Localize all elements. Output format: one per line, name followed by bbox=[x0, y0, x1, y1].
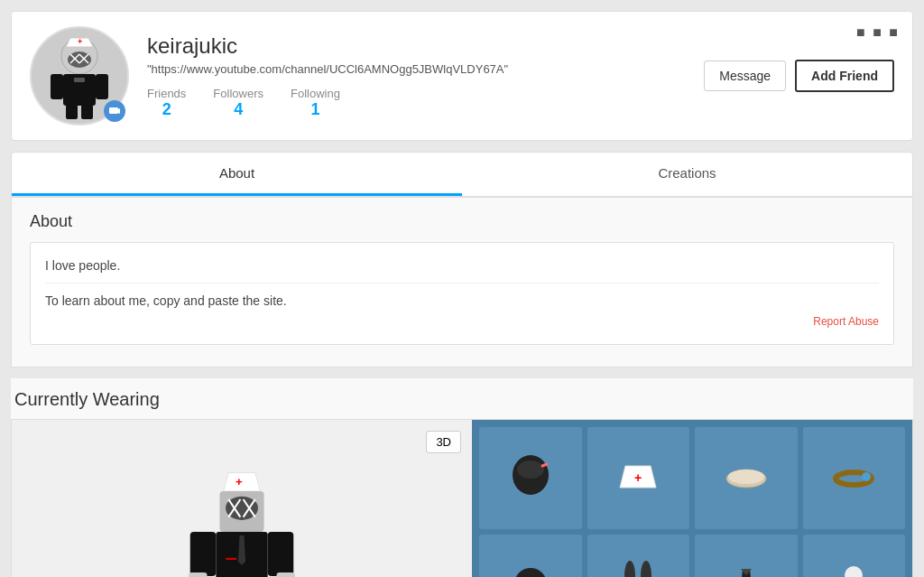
tab-about[interactable]: About bbox=[12, 153, 462, 196]
item-face-accessory bbox=[716, 448, 777, 509]
username: keirajukic bbox=[147, 33, 704, 59]
item-cell[interactable] bbox=[587, 535, 690, 577]
svg-text:+: + bbox=[78, 37, 82, 46]
svg-text:+: + bbox=[634, 470, 642, 485]
online-badge bbox=[104, 100, 125, 122]
about-divider bbox=[45, 283, 879, 284]
about-section: About I love people. To learn about me, … bbox=[11, 198, 913, 368]
friends-label: Friends bbox=[147, 87, 186, 100]
svg-rect-29 bbox=[189, 572, 207, 577]
tab-creations-label: Creations bbox=[658, 165, 716, 181]
about-line1: I love people. bbox=[45, 256, 879, 275]
item-cell[interactable]: + bbox=[587, 427, 690, 530]
items-grid: + bbox=[472, 420, 912, 577]
more-options[interactable]: ■ ■ ■ bbox=[856, 24, 900, 41]
item-cell[interactable] bbox=[803, 427, 906, 530]
report-abuse-link[interactable]: Report Abuse bbox=[45, 312, 879, 331]
message-button[interactable]: Message bbox=[704, 60, 786, 91]
svg-marker-15 bbox=[118, 108, 120, 114]
svg-rect-11 bbox=[96, 74, 108, 99]
tab-about-label: About bbox=[219, 165, 254, 181]
svg-rect-26 bbox=[226, 558, 236, 560]
add-friend-button[interactable]: Add Friend bbox=[795, 60, 894, 92]
profile-card: + keirajukic "https://www.youtube.com/ch… bbox=[11, 11, 913, 141]
item-cell[interactable] bbox=[695, 427, 798, 530]
svg-rect-27 bbox=[190, 532, 217, 576]
followers-label: Followers bbox=[213, 87, 263, 100]
item-cell[interactable] bbox=[803, 535, 906, 577]
about-title: About bbox=[30, 212, 894, 231]
svg-rect-12 bbox=[66, 105, 78, 119]
stats-row: Friends 2 Followers 4 Following 1 bbox=[147, 87, 704, 119]
following-count[interactable]: 1 bbox=[310, 100, 319, 119]
wearing-title: Currently Wearing bbox=[11, 378, 913, 419]
friends-stat: Friends 2 bbox=[147, 87, 186, 119]
svg-rect-28 bbox=[268, 532, 294, 576]
about-box: I love people. To learn about me, copy a… bbox=[30, 242, 894, 345]
tab-creations[interactable]: Creations bbox=[462, 153, 912, 196]
svg-point-1 bbox=[68, 51, 91, 68]
btn-3d[interactable]: 3D bbox=[426, 431, 461, 453]
svg-rect-13 bbox=[81, 105, 93, 119]
item-black-hair bbox=[500, 448, 561, 509]
about-line2: To learn about me, copy and paste the si… bbox=[45, 291, 879, 311]
avatar-wrapper: + bbox=[30, 26, 129, 126]
svg-rect-9 bbox=[74, 78, 85, 82]
profile-info: keirajukic "https://www.youtube.com/chan… bbox=[147, 33, 704, 119]
following-stat: Following 1 bbox=[291, 87, 340, 119]
item-figure bbox=[823, 555, 884, 577]
tabs-container: About Creations bbox=[11, 152, 913, 198]
svg-rect-14 bbox=[109, 107, 118, 114]
online-icon bbox=[108, 105, 121, 117]
followers-count[interactable]: 4 bbox=[234, 100, 243, 119]
svg-point-19 bbox=[226, 497, 258, 520]
item-cell[interactable] bbox=[479, 427, 582, 530]
item-cell[interactable] bbox=[479, 535, 582, 577]
character-figure: + bbox=[152, 451, 332, 577]
svg-rect-30 bbox=[276, 572, 294, 577]
svg-point-47 bbox=[862, 472, 871, 481]
friends-count[interactable]: 2 bbox=[162, 100, 171, 119]
item-cell[interactable] bbox=[695, 535, 798, 577]
followers-stat: Followers 4 bbox=[213, 87, 263, 119]
svg-point-44 bbox=[728, 470, 764, 484]
item-hair-2 bbox=[500, 555, 561, 577]
svg-rect-10 bbox=[51, 74, 63, 99]
svg-line-38 bbox=[542, 464, 547, 466]
tabs-row: About Creations bbox=[12, 153, 912, 197]
character-view: + bbox=[12, 420, 472, 577]
wearing-content: + bbox=[11, 419, 913, 577]
item-bunny-ears bbox=[607, 555, 669, 577]
profile-actions: Message Add Friend bbox=[704, 60, 894, 92]
wearing-section: Currently Wearing + bbox=[11, 378, 913, 577]
svg-point-37 bbox=[517, 461, 544, 479]
svg-rect-51 bbox=[614, 563, 661, 577]
item-bracelet bbox=[823, 448, 884, 509]
youtube-link: "https://www.youtube.com/channel/UCCl6AM… bbox=[147, 62, 704, 76]
item-nurse-hat: + bbox=[607, 448, 669, 509]
following-label: Following bbox=[291, 87, 340, 100]
item-tie bbox=[716, 555, 777, 577]
svg-text:+: + bbox=[236, 476, 243, 489]
